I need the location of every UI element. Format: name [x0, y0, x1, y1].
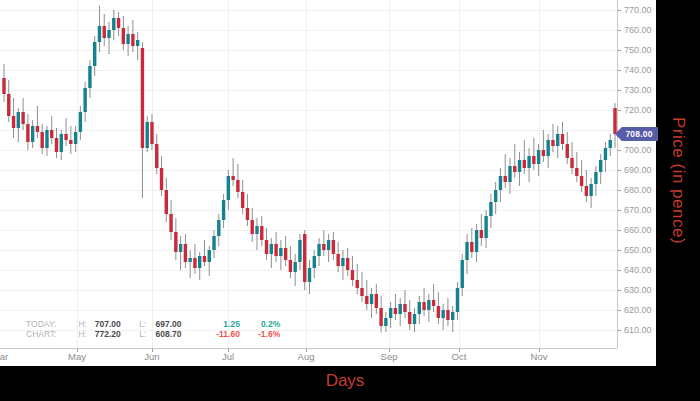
y-axis-tick-label: 630.00 [624, 285, 652, 295]
candle-body [83, 88, 86, 112]
candle-body [79, 112, 82, 132]
candle-body [470, 242, 473, 252]
candle-body [165, 190, 168, 214]
chart-high: 772.20 [95, 329, 137, 339]
candle-body [499, 176, 502, 190]
chart-low: 608.70 [156, 329, 198, 339]
x-axis-month-label: Aug [298, 351, 315, 362]
candle-body [613, 108, 616, 134]
candle-body [332, 240, 335, 254]
candle-body [437, 306, 440, 318]
candle-body [231, 176, 234, 180]
candle-body [360, 288, 363, 296]
candle-body [169, 214, 172, 232]
candle-body [317, 244, 320, 256]
today-percent: 0.2% [242, 319, 280, 329]
low-label: L: [139, 319, 153, 329]
candle-body [594, 172, 597, 184]
candle-body [236, 180, 239, 192]
stock-chart-widget: 770.00760.00750.00740.00730.00720.00710.… [0, 0, 700, 401]
chart-label: CHART: [26, 329, 76, 339]
current-price-value: 708.00 [620, 129, 652, 139]
candle-body [203, 256, 206, 262]
candle-body [542, 150, 545, 156]
candle-body [17, 112, 20, 128]
y-axis-title-panel: Price (in pence) [656, 0, 700, 401]
price-chart[interactable]: 770.00760.00750.00740.00730.00720.00710.… [0, 0, 656, 366]
y-axis-tick-label: 760.00 [624, 25, 652, 35]
candle-body [88, 66, 91, 88]
candle-body [217, 220, 220, 236]
candle-body [188, 258, 191, 262]
candle-body [284, 248, 287, 260]
candle-body [31, 126, 34, 142]
candle-body [384, 318, 387, 326]
candle-body [456, 288, 459, 312]
candle-body [241, 192, 244, 208]
candle-body [403, 304, 406, 312]
candle-body [604, 148, 607, 160]
candle-body [346, 258, 349, 270]
candle-body [198, 256, 201, 268]
candle-body [179, 244, 182, 252]
candle-body [308, 268, 311, 282]
candle-body [222, 200, 225, 220]
candle-body [150, 122, 153, 144]
candle-body [12, 116, 15, 128]
y-axis-tick-label: 720.00 [624, 105, 652, 115]
y-axis-tick-label: 690.00 [624, 165, 652, 175]
chart-stats-row: CHART: H: 772.20 L: 608.70 -11.60 -1.6% [26, 329, 280, 339]
candle-body [64, 134, 67, 140]
candle-body [451, 312, 454, 320]
candle-body [126, 34, 129, 44]
candle-body [480, 230, 483, 238]
x-axis-month-label: Oct [452, 351, 467, 362]
x-axis-month-label: Jun [144, 351, 159, 362]
candle-body [270, 244, 273, 254]
candle-body [293, 262, 296, 272]
x-axis-title-panel: Days [0, 366, 700, 401]
y-axis-tick-label: 650.00 [624, 245, 652, 255]
candle-body [265, 240, 268, 254]
chart-percent: -1.6% [242, 329, 280, 339]
candle-body [370, 294, 373, 304]
candle-body [589, 184, 592, 196]
candle-body [26, 124, 29, 142]
legend-info-box: TODAY: H: 707.00 L: 697.00 1.25 0.2% CHA… [26, 319, 280, 339]
candle-body [60, 134, 63, 152]
x-axis-month-label: Jul [222, 351, 234, 362]
candle-body [336, 254, 339, 266]
today-low: 697.00 [156, 319, 198, 329]
candle-body [289, 260, 292, 272]
candle-body [193, 258, 196, 268]
candle-body [556, 134, 559, 146]
y-axis-title: Price (in pence) [668, 117, 688, 244]
candle-body [504, 176, 507, 182]
candle-body [446, 310, 449, 320]
y-axis-tick-label: 620.00 [624, 305, 652, 315]
candle-body [174, 232, 177, 252]
candle-body [356, 280, 359, 288]
candle-body [255, 226, 258, 234]
candle-body [40, 132, 43, 148]
candle-body [36, 126, 39, 132]
candle-body [341, 258, 344, 266]
high-label: H: [78, 329, 92, 339]
y-axis-tick-label: 730.00 [624, 85, 652, 95]
candle-body [575, 168, 578, 176]
candle-body [74, 132, 77, 144]
candle-body [93, 42, 96, 66]
candle-body [2, 78, 5, 94]
today-stats-row: TODAY: H: 707.00 L: 697.00 1.25 0.2% [26, 319, 280, 329]
candle-body [398, 304, 401, 314]
candle-body [427, 300, 430, 310]
candle-body [55, 138, 58, 152]
candle-body [251, 220, 254, 234]
candle-body [50, 130, 53, 138]
candle-body [117, 18, 120, 28]
candle-body [303, 234, 306, 282]
candle-body [7, 94, 10, 116]
chart-change: -11.60 [200, 329, 240, 339]
candle-body [566, 144, 569, 158]
candle-body [441, 310, 444, 318]
